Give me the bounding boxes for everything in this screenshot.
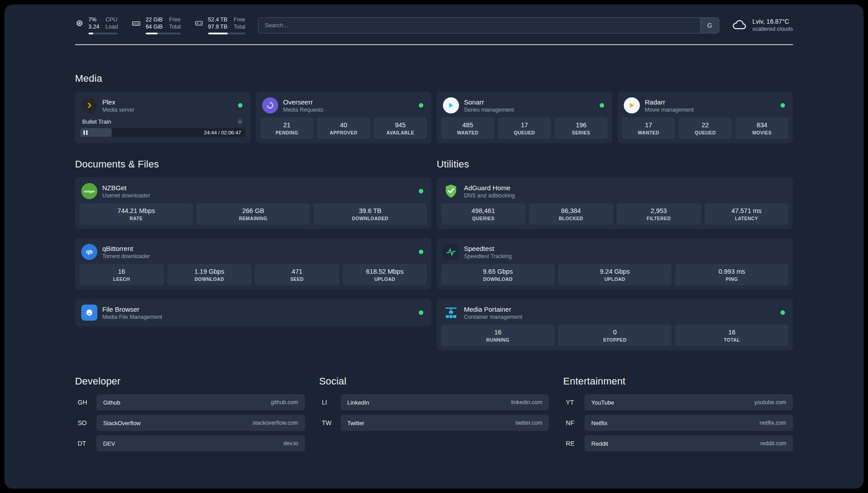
bookmark-link-twitter[interactable]: Twitter twitter.com (341, 415, 549, 431)
stat-box: 9.24 GbpsUPLOAD (558, 264, 672, 285)
search-provider-button[interactable]: G (700, 18, 719, 33)
service-desc: Series management (464, 106, 595, 113)
bookmark-url: linkedin.com (511, 399, 542, 405)
entertainment-heading: Entertainment (563, 376, 793, 387)
bookmark-abbr: RE (563, 440, 584, 447)
stat-box: 16RUNNING (441, 325, 555, 346)
bookmark-name: Twitter (347, 420, 364, 426)
stat-box: 17QUEUED (498, 117, 551, 139)
stat-value: 16 (81, 267, 162, 276)
stat-label: APPROVED (319, 130, 368, 136)
ram-free-label: Free (169, 16, 180, 23)
weather-location: Lviv, 16.87°C (752, 17, 793, 25)
service-desc: Usenet downloader (102, 192, 414, 199)
stat-value: 945 (376, 121, 425, 130)
cpu-load-label: Load (105, 23, 118, 30)
bookmark-row: TW Twitter twitter.com (319, 415, 549, 431)
stat-value: 266 GB (198, 207, 308, 215)
qbittorrent-icon: qb (81, 244, 97, 260)
stat-label: LATENCY (706, 215, 787, 221)
cpu-usage-bar (88, 33, 118, 34)
stat-box: 21PENDING (260, 117, 313, 139)
bookmark-link-linkedin[interactable]: LinkedIn linkedin.com (341, 394, 549, 410)
dashboard-panel: 7%3.24 CPULoad 22 GiB64 GiB FreeTotal (4, 4, 864, 489)
stat-box: 0STOPPED (558, 325, 672, 346)
stat-box: 17WANTED (622, 117, 675, 139)
nzbget-service-link[interactable]: nzbget NZBGet Usenet downloader (79, 182, 427, 203)
stat-label: LEECH (81, 276, 162, 282)
stat-box: 196SERIES (555, 117, 608, 139)
service-desc: Media File Management (102, 313, 414, 321)
ram-usage-bar (146, 33, 181, 34)
bookmark-link-stackoverflow[interactable]: StackOverflow stackoverflow.com (96, 415, 305, 431)
stat-box: 40APPROVED (317, 117, 370, 139)
search-input[interactable] (259, 22, 700, 29)
qbittorrent-card: qb qBittorrent Torrent downloader 16LEEC… (75, 238, 431, 290)
service-desc: Media Requests (283, 106, 414, 113)
bookmark-abbr: LI (319, 399, 341, 406)
stat-box: 498,461QUERIES (441, 203, 526, 225)
playback-progress-bar[interactable]: 24:44 / 02:06:47 (80, 128, 245, 137)
documents-heading: Documents & Files (75, 159, 431, 170)
speedtest-service-link[interactable]: Speedtest Speedtest Tracking (441, 242, 789, 264)
cloud-icon (732, 18, 747, 33)
status-dot (780, 103, 785, 108)
disk-widget: 52.4 TB97.9 TB FreeTotal (194, 16, 246, 34)
ram-total-label: Total (169, 23, 180, 30)
plex-card: Plex Media server Bullet Train (75, 92, 250, 143)
cpu-icon (75, 19, 84, 29)
bookmark-link-github[interactable]: Github github.com (96, 394, 305, 410)
stat-label: DOWNLOAD (443, 276, 553, 282)
cpu-label: CPU (105, 16, 118, 23)
qbittorrent-service-link[interactable]: qb qBittorrent Torrent downloader (79, 242, 427, 264)
bookmark-abbr: GH (75, 399, 96, 406)
adguard-service-link[interactable]: AdGuard Home DNS and adblocking (441, 182, 789, 203)
bookmark-link-reddit[interactable]: Reddit reddit.com (584, 435, 793, 451)
filebrowser-service-link[interactable]: File Browser Media File Management (79, 303, 427, 322)
status-dot (780, 310, 785, 315)
radarr-service-link[interactable]: Radarr Movie management (622, 96, 789, 117)
service-name: Media Portainer (464, 305, 776, 313)
stat-value: 196 (556, 121, 606, 130)
service-desc: Torrent downloader (102, 253, 414, 260)
status-dot (419, 189, 423, 193)
service-desc: Movie management (645, 106, 776, 113)
stat-value: 9.24 Gbps (560, 267, 670, 276)
cpu-widget: 7%3.24 CPULoad (75, 16, 118, 34)
stat-value: 485 (443, 121, 492, 130)
service-name: Speedtest (464, 244, 787, 253)
stat-value: 2,953 (618, 207, 699, 215)
service-name: Sonarr (464, 98, 595, 106)
bookmark-name: YouTube (591, 399, 614, 406)
search-bar: G (258, 17, 719, 33)
filebrowser-card: File Browser Media File Management (75, 299, 431, 326)
bookmark-row: NF Netflix netflix.com (563, 415, 793, 431)
service-name: Radarr (645, 98, 776, 106)
bookmark-link-dev[interactable]: DEV dev.to (96, 435, 305, 451)
portainer-service-link[interactable]: Media Portainer Container management (441, 303, 789, 325)
bookmark-abbr: DT (75, 440, 96, 447)
sonarr-service-link[interactable]: Sonarr Series management (441, 96, 608, 117)
disk-icon (194, 19, 204, 29)
stat-value: 17 (624, 121, 673, 130)
plex-service-link[interactable]: Plex Media server (79, 96, 246, 117)
stat-label: SEED (257, 276, 338, 282)
bookmark-name: DEV (103, 440, 115, 447)
media-grid: Plex Media server Bullet Train (75, 92, 793, 143)
overseerr-card: Overseerr Media Requests 21PENDING 40APP… (256, 92, 431, 143)
stat-label: REMAINING (198, 215, 308, 221)
stat-value: 618.52 Mbps (345, 267, 426, 276)
bookmark-name: LinkedIn (347, 399, 369, 406)
stat-box: 2,953FILTERED (617, 203, 701, 225)
service-desc: Speedtest Tracking (464, 253, 787, 260)
stat-box: 47.571 msLATENCY (705, 203, 789, 225)
now-playing-title: Bullet Train (82, 118, 237, 125)
bookmark-abbr: SO (75, 419, 96, 426)
gear-icon[interactable] (237, 118, 243, 125)
overseerr-service-link[interactable]: Overseerr Media Requests (260, 96, 427, 117)
bookmark-link-netflix[interactable]: Netflix netflix.com (584, 415, 793, 431)
speedtest-pulse-icon (443, 244, 459, 260)
radarr-card: Radarr Movie management 17WANTED 22QUEUE… (618, 92, 793, 143)
stat-box: 266 GBREMAINING (196, 203, 310, 225)
bookmark-link-youtube[interactable]: YouTube youtube.com (584, 394, 793, 410)
